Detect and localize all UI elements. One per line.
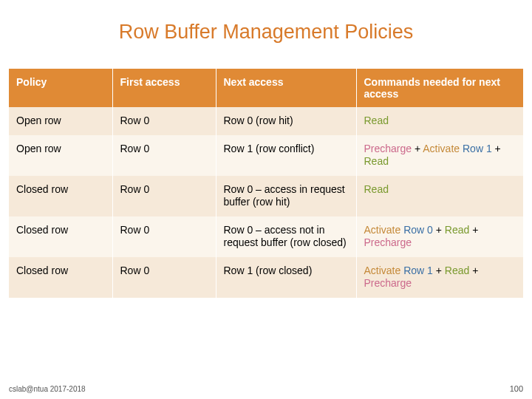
slide: Row Buffer Management Policies Policy Fi… bbox=[0, 0, 532, 399]
cell-first: Row 0 bbox=[112, 216, 216, 257]
cell-next: Row 0 – access in request buffer (row hi… bbox=[216, 176, 356, 216]
cmd-fragment: + bbox=[469, 265, 478, 276]
cmd-fragment: Read bbox=[364, 155, 389, 167]
cell-next: Row 1 (row conflict) bbox=[216, 135, 356, 176]
cmd-fragment: Row 1 bbox=[463, 143, 492, 154]
table-row: Closed rowRow 0Row 0 – access not in req… bbox=[9, 216, 523, 257]
cmd-fragment: + bbox=[469, 224, 478, 236]
cmd-fragment: + bbox=[433, 224, 445, 236]
cmd-fragment: + bbox=[492, 143, 501, 154]
cmd-fragment: Row 0 bbox=[403, 224, 433, 236]
cell-commands: Precharge + Activate Row 1 + Read bbox=[356, 135, 523, 176]
cell-commands: Read bbox=[356, 176, 523, 216]
table-row: Closed rowRow 0Row 1 (row closed)Activat… bbox=[9, 257, 523, 298]
cell-policy: Closed row bbox=[9, 257, 112, 298]
slide-title: Row Buffer Management Policies bbox=[9, 21, 523, 44]
cmd-fragment: Read bbox=[364, 183, 389, 195]
th-next: Next access bbox=[216, 69, 356, 107]
cmd-fragment: Precharge bbox=[364, 236, 412, 248]
cell-first: Row 0 bbox=[112, 257, 216, 298]
page-number: 100 bbox=[510, 384, 523, 393]
cell-policy: Closed row bbox=[9, 176, 112, 216]
cmd-fragment: + bbox=[412, 143, 423, 154]
cell-first: Row 0 bbox=[112, 107, 216, 135]
cell-next: Row 0 – access not in request buffer (ro… bbox=[216, 216, 356, 257]
cell-commands: Read bbox=[356, 107, 523, 135]
cell-policy: Open row bbox=[9, 107, 112, 135]
th-commands: Commands needed for next access bbox=[356, 69, 523, 107]
cmd-fragment: Activate bbox=[364, 224, 401, 236]
cell-next: Row 1 (row closed) bbox=[216, 257, 356, 298]
cell-policy: Open row bbox=[9, 135, 112, 176]
cell-first: Row 0 bbox=[112, 135, 216, 176]
cmd-fragment: Precharge bbox=[364, 277, 412, 289]
cell-commands: Activate Row 1 + Read + Precharge bbox=[356, 257, 523, 298]
cell-policy: Closed row bbox=[9, 216, 112, 257]
cmd-fragment: Read bbox=[445, 265, 469, 276]
cmd-fragment: + bbox=[433, 265, 445, 276]
th-policy: Policy bbox=[9, 69, 112, 107]
cmd-fragment: Read bbox=[364, 115, 389, 126]
table-row: Open rowRow 0Row 1 (row conflict)Prechar… bbox=[9, 135, 523, 176]
table-header-row: Policy First access Next access Commands… bbox=[9, 69, 523, 107]
cmd-fragment: Precharge bbox=[364, 143, 412, 154]
cmd-fragment: Activate bbox=[364, 265, 401, 276]
cell-next: Row 0 (row hit) bbox=[216, 107, 356, 135]
footer-text: cslab@ntua 2017-2018 bbox=[9, 385, 86, 393]
table-row: Closed rowRow 0Row 0 – access in request… bbox=[9, 176, 523, 216]
cell-first: Row 0 bbox=[112, 176, 216, 216]
th-first: First access bbox=[112, 69, 216, 107]
cmd-fragment: Row 1 bbox=[403, 265, 433, 276]
cmd-fragment: Read bbox=[445, 224, 469, 236]
policy-table: Policy First access Next access Commands… bbox=[9, 69, 523, 298]
cell-commands: Activate Row 0 + Read + Precharge bbox=[356, 216, 523, 257]
cmd-fragment: Activate bbox=[423, 143, 460, 154]
table-row: Open rowRow 0Row 0 (row hit)Read bbox=[9, 107, 523, 135]
